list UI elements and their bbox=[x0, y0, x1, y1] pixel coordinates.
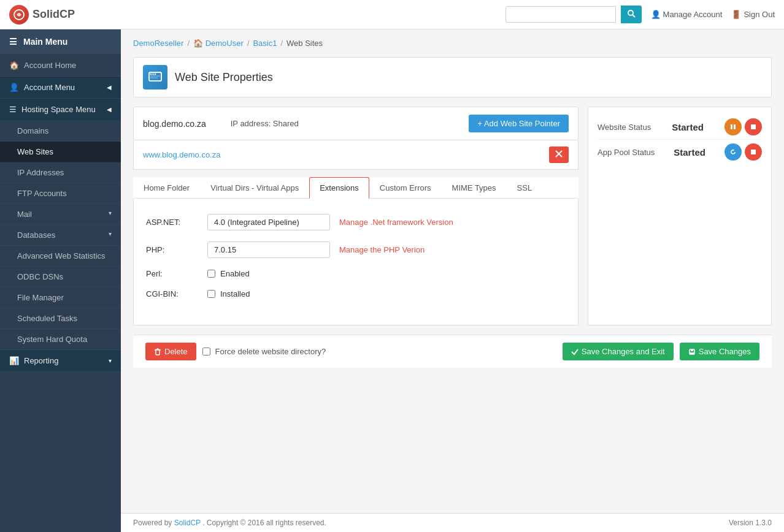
force-delete-label: Force delete website directory? bbox=[215, 347, 326, 356]
perl-label: Perl: bbox=[146, 269, 207, 278]
svg-rect-11 bbox=[731, 124, 732, 129]
site-domain: blog.demo.co.za bbox=[143, 119, 206, 129]
page-icon bbox=[143, 65, 167, 89]
breadcrumb-demouser[interactable]: 🏠 DemoUser bbox=[193, 39, 244, 48]
svg-rect-13 bbox=[751, 124, 756, 129]
sidebar-item-ftp-accounts[interactable]: FTP Accounts bbox=[0, 183, 121, 204]
breadcrumb-sep-1: / bbox=[187, 39, 190, 48]
svg-line-2 bbox=[632, 15, 635, 17]
user-icon: 👤 bbox=[651, 10, 661, 19]
tab-mime-types[interactable]: MIME Types bbox=[442, 177, 507, 199]
content-row: blog.demo.co.za IP address: Shared + Add… bbox=[133, 107, 772, 325]
manage-account-link[interactable]: 👤 Manage Account bbox=[651, 10, 723, 19]
search-input[interactable] bbox=[505, 6, 616, 23]
breadcrumb-demoreseller[interactable]: DemoReseller bbox=[133, 39, 183, 48]
perl-checkbox-row: Enabled bbox=[207, 269, 250, 278]
sidebar-item-hosting-space-menu[interactable]: ☰ Hosting Space Menu ◀ bbox=[0, 99, 121, 121]
footer: Powered by SolidCP . Copyright © 2016 al… bbox=[121, 513, 784, 532]
aspnet-manage-link[interactable]: Manage .Net framework Version bbox=[339, 218, 453, 227]
sidebar-item-mail[interactable]: Mail ▾ bbox=[0, 204, 121, 225]
delete-button[interactable]: Delete bbox=[145, 343, 196, 360]
site-url-link[interactable]: www.blog.demo.co.za bbox=[143, 150, 220, 159]
app-pool-status-actions bbox=[724, 143, 762, 161]
site-url-row: www.blog.demo.co.za bbox=[133, 140, 578, 170]
php-input[interactable] bbox=[207, 241, 330, 258]
sidebar-item-odbc-dsns[interactable]: ODBC DSNs bbox=[0, 267, 121, 287]
svg-point-1 bbox=[628, 10, 633, 15]
logo: SolidCP bbox=[9, 5, 75, 25]
site-info-row: blog.demo.co.za IP address: Shared + Add… bbox=[133, 107, 578, 140]
svg-point-6 bbox=[155, 74, 156, 75]
topbar-actions: 👤 Manage Account 🚪 Sign Out bbox=[651, 10, 775, 19]
sidebar-item-advanced-web-statistics[interactable]: Advanced Web Statistics bbox=[0, 246, 121, 267]
svg-rect-15 bbox=[751, 150, 756, 154]
force-delete-checkbox[interactable] bbox=[202, 348, 210, 355]
svg-point-4 bbox=[150, 74, 152, 75]
sidebar-item-ip-addresses[interactable]: IP Addresses bbox=[0, 162, 121, 183]
svg-point-5 bbox=[152, 74, 153, 75]
status-panel: Website Status Started App Pool St bbox=[588, 107, 772, 325]
add-web-site-pointer-button[interactable]: + Add Web Site Pointer bbox=[469, 115, 569, 132]
app-pool-status-row: App Pool Status Started bbox=[598, 140, 762, 164]
aspnet-row: ASP.NET: Manage .Net framework Version bbox=[146, 214, 566, 230]
sidebar-item-account-menu[interactable]: 👤 Account Menu ◀ bbox=[0, 77, 121, 99]
breadcrumb-sep-2: / bbox=[247, 39, 250, 48]
website-pause-button[interactable] bbox=[724, 118, 742, 135]
tab-extensions[interactable]: Extensions bbox=[309, 177, 369, 199]
cgibin-label: CGI-BIN: bbox=[146, 289, 207, 298]
perl-row: Perl: Enabled bbox=[146, 269, 566, 278]
cgibin-checkbox[interactable] bbox=[207, 290, 215, 298]
sidebar-item-databases[interactable]: Databases ▾ bbox=[0, 225, 121, 246]
sidebar-item-web-sites[interactable]: Web Sites bbox=[0, 142, 121, 162]
app-pool-status-label: App Pool Status bbox=[598, 148, 655, 157]
app-pool-stop-button[interactable] bbox=[745, 143, 762, 161]
chevron-left-icon: ◀ bbox=[107, 106, 112, 113]
chevron-mail-icon: ▾ bbox=[109, 210, 112, 219]
sidebar-item-reporting[interactable]: 📊 Reporting ▾ bbox=[0, 350, 121, 372]
main-panel: blog.demo.co.za IP address: Shared + Add… bbox=[133, 107, 578, 325]
php-label: PHP: bbox=[146, 245, 207, 254]
signout-icon: 🚪 bbox=[731, 10, 741, 19]
search-area bbox=[505, 6, 642, 23]
footer-solidcp-link[interactable]: SolidCP bbox=[174, 519, 201, 527]
sidebar-item-file-manager[interactable]: File Manager bbox=[0, 287, 121, 308]
tab-ssl[interactable]: SSL bbox=[507, 177, 543, 199]
perl-checkbox[interactable] bbox=[207, 270, 215, 278]
sign-out-link[interactable]: 🚪 Sign Out bbox=[731, 10, 775, 19]
cgibin-checkbox-row: Installed bbox=[207, 289, 250, 298]
chevron-down-icon: ◀ bbox=[107, 84, 112, 91]
footer-left: Powered by SolidCP . Copyright © 2016 al… bbox=[133, 519, 326, 527]
app-pool-status-value: Started bbox=[674, 147, 705, 158]
tab-home-folder[interactable]: Home Folder bbox=[133, 177, 200, 199]
sidebar-item-system-hard-quota[interactable]: System Hard Quota bbox=[0, 329, 121, 350]
tab-custom-errors[interactable]: Custom Errors bbox=[369, 177, 442, 199]
content-area: DemoReseller / 🏠 DemoUser / Basic1 / Web… bbox=[121, 29, 784, 513]
page-title: Web Site Properties bbox=[175, 71, 273, 84]
sidebar-item-account-home[interactable]: 🏠 Account Home bbox=[0, 55, 121, 77]
menu-icon: ☰ bbox=[9, 37, 17, 47]
website-stop-button[interactable] bbox=[745, 118, 762, 135]
tab-virtual-dirs[interactable]: Virtual Dirs - Virtual Apps bbox=[200, 177, 309, 199]
topbar: SolidCP 👤 Manage Account 🚪 Sign Out bbox=[0, 0, 784, 29]
perl-enabled-label: Enabled bbox=[220, 269, 250, 278]
save-changes-button[interactable]: Save Changes bbox=[680, 343, 759, 360]
php-manage-link[interactable]: Manage the PHP Verion bbox=[339, 245, 425, 254]
home-icon: 🏠 bbox=[9, 61, 19, 70]
breadcrumb-basic1[interactable]: Basic1 bbox=[253, 39, 277, 48]
home-breadcrumb-icon: 🏠 bbox=[193, 39, 203, 48]
main-content: DemoReseller / 🏠 DemoUser / Basic1 / Web… bbox=[121, 29, 784, 532]
save-changes-and-exit-button[interactable]: Save Changes and Exit bbox=[563, 343, 674, 360]
search-button[interactable] bbox=[621, 6, 642, 23]
aspnet-label: ASP.NET: bbox=[146, 218, 207, 227]
breadcrumb-current: Web Sites bbox=[286, 39, 323, 48]
chevron-db-icon: ▾ bbox=[109, 230, 112, 240]
app-pool-refresh-button[interactable] bbox=[724, 143, 742, 161]
delete-url-button[interactable] bbox=[549, 146, 569, 163]
logo-icon bbox=[9, 5, 29, 25]
aspnet-input[interactable] bbox=[207, 214, 330, 230]
tab-content-extensions: ASP.NET: Manage .Net framework Version P… bbox=[133, 199, 578, 325]
layout: ☰ Main Menu 🏠 Account Home 👤 Account Men… bbox=[0, 29, 784, 532]
force-delete-row: Force delete website directory? bbox=[202, 347, 326, 356]
sidebar-item-domains[interactable]: Domains bbox=[0, 121, 121, 142]
sidebar-item-scheduled-tasks[interactable]: Scheduled Tasks bbox=[0, 308, 121, 329]
